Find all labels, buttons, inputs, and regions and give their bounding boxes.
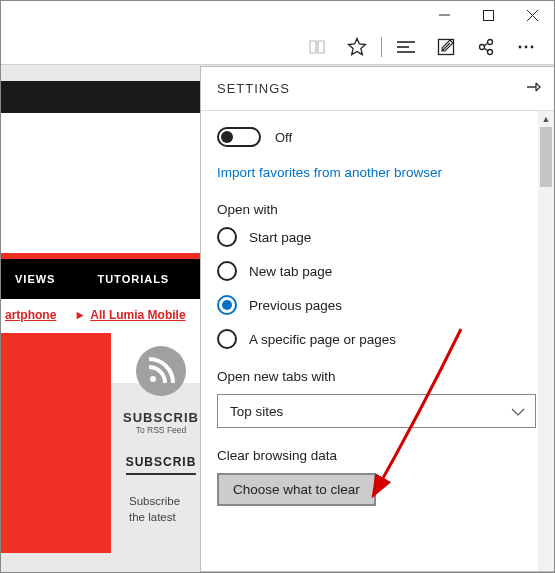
settings-flyout: SETTINGS Off Import favorites from anoth… xyxy=(200,66,554,572)
clear-data-label: Clear browsing data xyxy=(217,448,536,463)
feature-box xyxy=(1,333,111,553)
share-icon[interactable] xyxy=(466,29,506,65)
toggle-switch[interactable] xyxy=(217,127,261,147)
svg-point-15 xyxy=(531,45,534,48)
open-with-label: Open with xyxy=(217,202,536,217)
choose-what-to-clear-button[interactable]: Choose what to clear xyxy=(217,473,376,506)
link-lumia[interactable]: All Lumia Mobile xyxy=(90,308,185,322)
hub-icon[interactable] xyxy=(386,29,426,65)
close-button[interactable] xyxy=(510,1,554,29)
reading-view-icon[interactable] xyxy=(297,29,337,65)
subscribe-text-1: Subscribe xyxy=(121,495,201,507)
nav-tutorials[interactable]: TUTORIALS xyxy=(85,273,181,285)
open-tabs-label: Open new tabs with xyxy=(217,369,536,384)
settings-header: SETTINGS xyxy=(201,67,554,111)
toggle-label: Off xyxy=(275,130,292,145)
svg-point-8 xyxy=(480,44,485,49)
svg-line-11 xyxy=(484,43,488,46)
svg-line-12 xyxy=(484,48,488,51)
webnote-icon[interactable] xyxy=(426,29,466,65)
svg-point-13 xyxy=(519,45,522,48)
open-tabs-value: Top sites xyxy=(230,404,283,419)
radio-new-tab-page[interactable]: New tab page xyxy=(217,261,536,281)
svg-rect-1 xyxy=(483,10,493,20)
flyout-scrollbar[interactable]: ▲ xyxy=(538,111,554,571)
svg-point-18 xyxy=(150,376,156,382)
radio-specific-page[interactable]: A specific page or pages xyxy=(217,329,536,349)
svg-point-14 xyxy=(525,45,528,48)
settings-title: SETTINGS xyxy=(217,81,290,96)
pin-icon[interactable] xyxy=(526,80,542,97)
open-with-group: Start page New tab page Previous pages A… xyxy=(217,227,536,349)
svg-point-9 xyxy=(488,39,493,44)
subscribe-subtitle: To RSS Feed xyxy=(121,425,201,435)
open-tabs-select[interactable]: Top sites xyxy=(217,394,536,428)
rss-circle-icon[interactable] xyxy=(121,345,201,400)
subscribe-title: SUBSCRIB xyxy=(121,410,201,425)
settings-body: Off Import favorites from another browse… xyxy=(201,111,554,516)
subscribe-text-2: the latest xyxy=(121,511,201,523)
nav-reviews[interactable]: VIEWS xyxy=(3,273,67,285)
edge-toolbar xyxy=(1,29,554,65)
toolbar-separator xyxy=(381,37,382,57)
favorite-star-icon[interactable] xyxy=(337,29,377,65)
maximize-button[interactable] xyxy=(466,1,510,29)
scroll-up-arrow[interactable]: ▲ xyxy=(538,111,554,127)
radio-previous-pages[interactable]: Previous pages xyxy=(217,295,536,315)
minimize-button[interactable] xyxy=(422,1,466,29)
svg-point-10 xyxy=(488,49,493,54)
favorites-bar-toggle[interactable]: Off xyxy=(217,127,536,147)
link-smartphone[interactable]: artphone xyxy=(5,308,56,322)
titlebar xyxy=(1,1,554,29)
chevron-down-icon xyxy=(511,404,525,419)
import-favorites-link[interactable]: Import favorites from another browser xyxy=(217,165,536,180)
subscribe-email-title: SUBSCRIB xyxy=(126,455,197,475)
more-icon[interactable] xyxy=(506,29,546,65)
radio-start-page[interactable]: Start page xyxy=(217,227,536,247)
scroll-thumb[interactable] xyxy=(540,127,552,187)
